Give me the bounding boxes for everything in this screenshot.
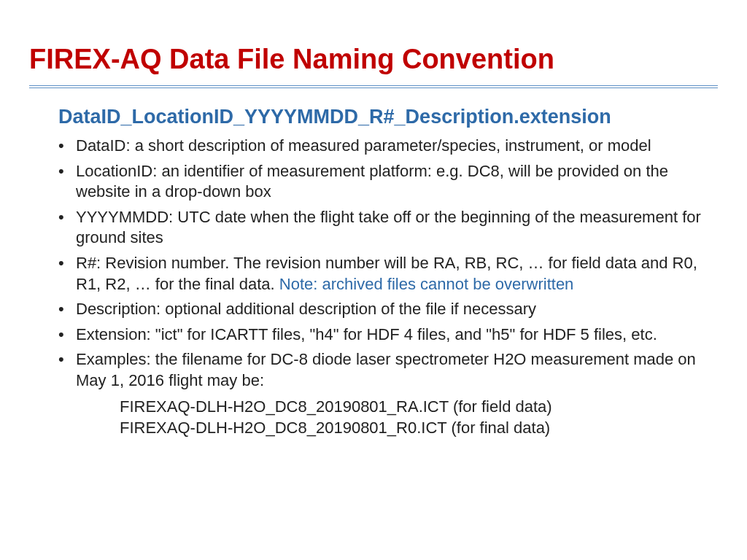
bullet-description: Description: optional additional descrip… — [58, 299, 718, 320]
bullet-revision-note: Note: archived files cannot be overwritt… — [279, 275, 574, 293]
bullet-extension: Extension: "ict" for ICARTT files, "h4" … — [58, 324, 718, 346]
bullet-revision: R#: Revision number. The revision number… — [58, 253, 718, 295]
title-divider — [29, 85, 718, 88]
filename-format: DataID_LocationID_YYYYMMDD_R#_Descriptio… — [58, 106, 718, 128]
bullet-date: YYYYMMDD: UTC date when the flight take … — [58, 207, 718, 249]
slide-content: DataID_LocationID_YYYYMMDD_R#_Descriptio… — [29, 106, 718, 439]
bullet-list: DataID: a short description of measured … — [58, 136, 718, 392]
slide-title: FIREX-AQ Data File Naming Convention — [29, 44, 718, 75]
bullet-examples: Examples: the filename for DC-8 diode la… — [58, 349, 718, 391]
example-final-data: FIREXAQ-DLH-H2O_DC8_20190801_R0.ICT (for… — [120, 417, 718, 439]
example-field-data: FIREXAQ-DLH-H2O_DC8_20190801_RA.ICT (for… — [120, 396, 718, 418]
example-filenames: FIREXAQ-DLH-H2O_DC8_20190801_RA.ICT (for… — [58, 396, 718, 439]
bullet-dataid: DataID: a short description of measured … — [58, 136, 718, 157]
bullet-locationid: LocationID: an identifier of measurement… — [58, 161, 718, 203]
